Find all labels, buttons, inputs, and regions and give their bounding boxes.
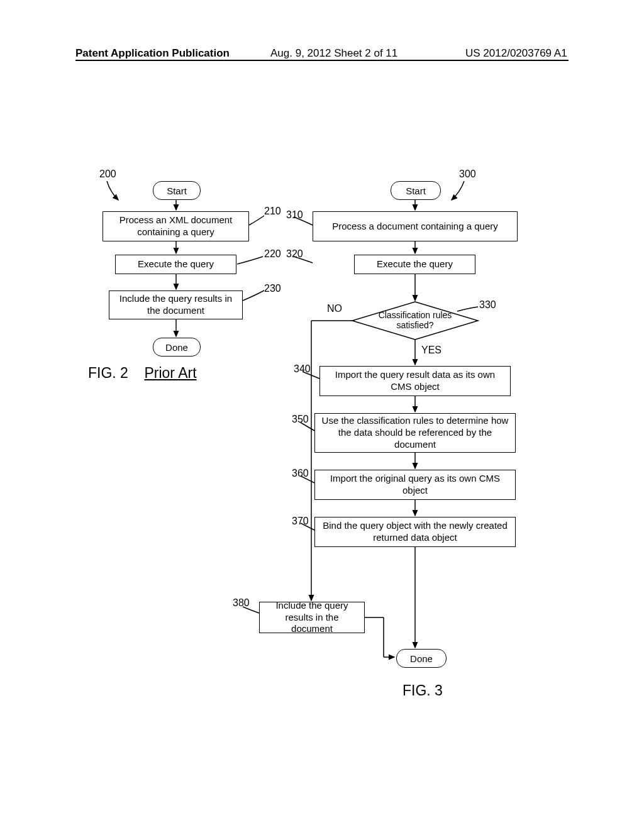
- ref-220: 220: [264, 248, 281, 260]
- ref-330: 330: [479, 299, 496, 311]
- fig3-yes-label: YES: [421, 345, 441, 356]
- ref-340: 340: [294, 363, 311, 375]
- ref-370: 370: [292, 516, 309, 527]
- ref-310: 310: [286, 209, 303, 221]
- fig3-start-text: Start: [406, 185, 426, 196]
- fig2-caption: FIG. 2 Prior Art: [88, 365, 197, 382]
- fig3-decision-330-text: Classification rules satisfied?: [371, 310, 459, 330]
- fig3-step-350-text: Use the classification rules to determin…: [319, 415, 511, 450]
- fig3-step-360-text: Import the original query as its own CMS…: [319, 473, 511, 497]
- fig2-step-230-text: Include the query results in the documen…: [113, 293, 238, 317]
- fig2-caption-fig: FIG. 2: [88, 365, 128, 381]
- ref-300: 300: [459, 169, 476, 180]
- ref-230: 230: [264, 283, 281, 294]
- fig3-done-terminal: Done: [396, 649, 447, 668]
- ref-380: 380: [233, 597, 250, 609]
- fig2-caption-sub: Prior Art: [144, 365, 196, 381]
- fig2-step-210-text: Process an XML document containing a que…: [107, 214, 245, 238]
- fig2-step-220-text: Execute the query: [138, 258, 214, 270]
- fig3-step-370-text: Bind the query object with the newly cre…: [319, 520, 511, 544]
- ref-200: 200: [99, 169, 116, 180]
- fig2-step-230: Include the query results in the documen…: [109, 290, 243, 319]
- ref-320: 320: [286, 248, 303, 260]
- fig3-step-360: Import the original query as its own CMS…: [314, 470, 516, 500]
- fig3-step-380-text: Include the query results in the documen…: [264, 600, 360, 635]
- fig3-step-310: Process a document containing a query: [313, 211, 518, 241]
- fig3-step-380: Include the query results in the documen…: [259, 602, 365, 633]
- fig3-step-320: Execute the query: [354, 255, 475, 274]
- fig2-step-220: Execute the query: [115, 255, 236, 274]
- fig3-no-label: NO: [327, 303, 342, 314]
- ref-360: 360: [292, 468, 309, 479]
- fig3-done-text: Done: [410, 653, 433, 664]
- ref-210: 210: [264, 206, 281, 217]
- fig3-step-350: Use the classification rules to determin…: [314, 413, 516, 453]
- fig2-done-terminal: Done: [153, 338, 201, 357]
- fig3-step-340-text: Import the query result data as its own …: [324, 369, 506, 393]
- fig3-start-terminal: Start: [391, 181, 441, 200]
- fig3-step-310-text: Process a document containing a query: [332, 221, 498, 233]
- fig3-step-340: Import the query result data as its own …: [319, 366, 511, 396]
- page: Patent Application Publication Aug. 9, 2…: [0, 0, 644, 830]
- fig2-done-text: Done: [165, 342, 188, 353]
- fig3-caption: FIG. 3: [402, 682, 443, 699]
- fig2-start-terminal: Start: [153, 181, 201, 200]
- fig2-step-210: Process an XML document containing a que…: [103, 211, 249, 241]
- fig3-step-320-text: Execute the query: [377, 258, 453, 270]
- fig2-start-text: Start: [167, 185, 187, 196]
- fig3-step-370: Bind the query object with the newly cre…: [314, 517, 516, 547]
- ref-350: 350: [292, 414, 309, 425]
